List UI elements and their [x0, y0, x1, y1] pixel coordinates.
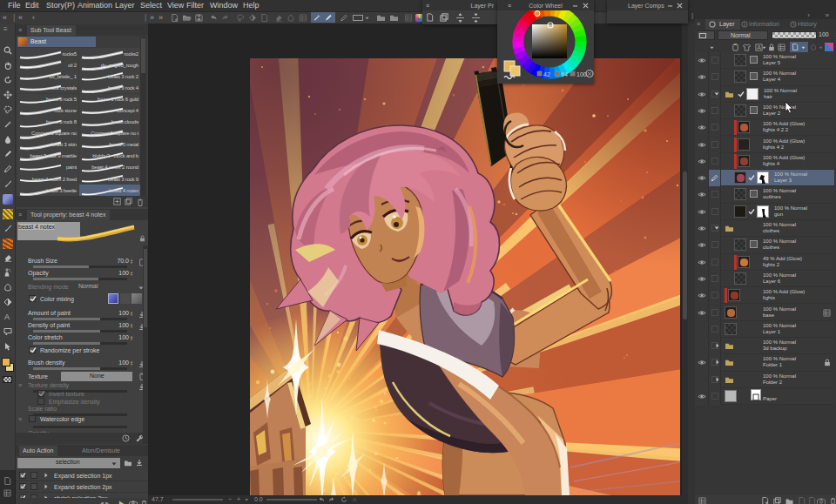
svg-text:64: 64 [561, 71, 568, 77]
svg-text:100: 100 [576, 71, 587, 77]
svg-text:42: 42 [543, 71, 550, 77]
